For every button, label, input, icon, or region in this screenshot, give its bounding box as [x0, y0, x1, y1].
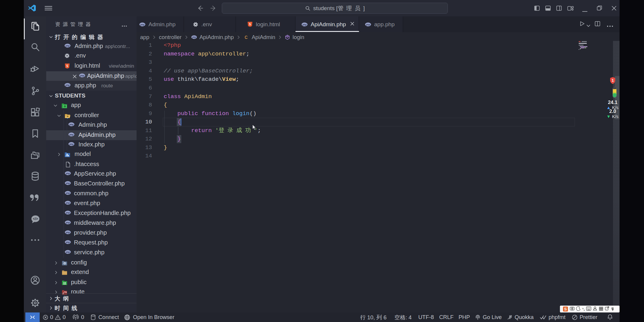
- svg-text:php: php: [65, 84, 70, 86]
- svg-text:php: php: [66, 231, 70, 234]
- svg-text:php: php: [366, 23, 370, 26]
- svg-text:php: php: [66, 241, 70, 244]
- svg-text:php: php: [65, 44, 70, 47]
- svg-text:php: php: [66, 202, 70, 204]
- svg-text:php: php: [66, 211, 70, 214]
- svg-text:php: php: [69, 133, 74, 136]
- svg-text:php: php: [66, 182, 70, 185]
- svg-text:</>: </>: [33, 217, 38, 221]
- svg-text:php: php: [66, 172, 70, 175]
- svg-text:1: 1: [612, 78, 614, 83]
- svg-text:php: php: [192, 36, 196, 38]
- svg-text:php: php: [140, 23, 145, 26]
- svg-text:php: php: [69, 123, 74, 126]
- svg-text:php: php: [66, 251, 70, 253]
- svg-text:php: php: [66, 192, 70, 194]
- svg-text:php: php: [66, 221, 70, 224]
- svg-text:php: php: [302, 23, 307, 26]
- svg-text:php: php: [69, 143, 74, 145]
- svg-text:5: 5: [66, 64, 68, 68]
- svg-text:5: 5: [249, 23, 251, 26]
- svg-text:php: php: [80, 74, 84, 77]
